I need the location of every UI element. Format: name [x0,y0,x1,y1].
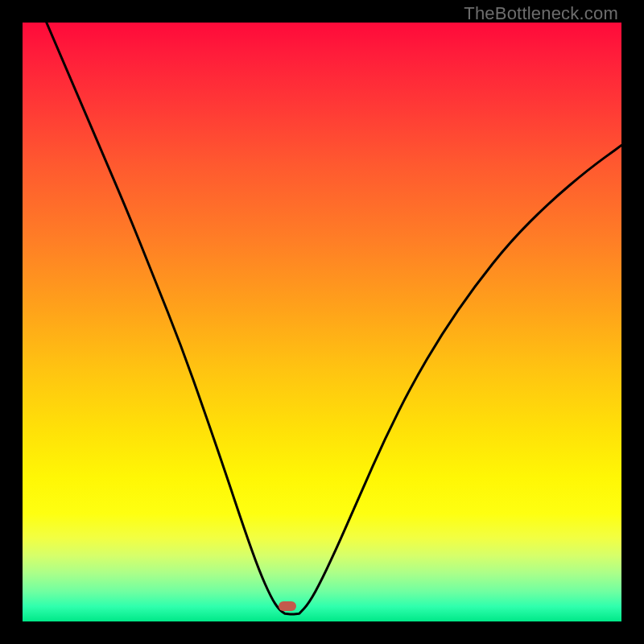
minimum-marker [279,601,296,611]
bottleneck-curve [23,23,621,621]
plot-area [23,23,621,621]
watermark-text: TheBottleneck.com [464,3,618,24]
chart-frame: TheBottleneck.com [0,0,644,644]
